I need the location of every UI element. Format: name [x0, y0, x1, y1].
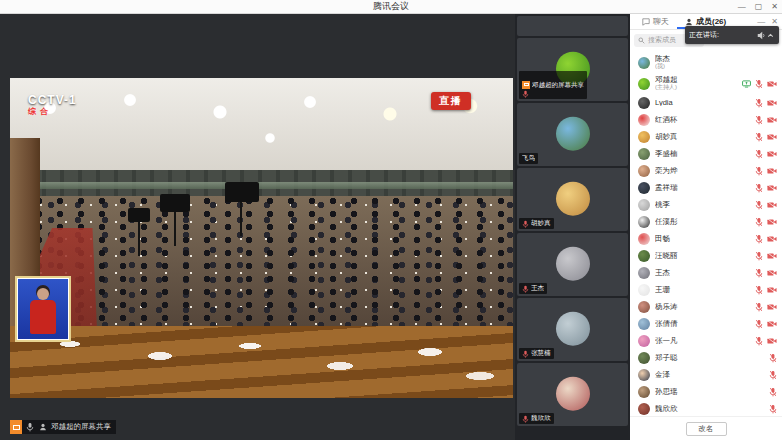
- member-name: 魏欣欣: [655, 405, 769, 413]
- member-row[interactable]: 李盛楠: [630, 145, 782, 162]
- member-role-tag: (主持人): [655, 84, 742, 90]
- video-thumbnail[interactable]: 胡妙真: [517, 168, 628, 231]
- thumbnail-label: 邓越超的屏幕共享: [519, 71, 587, 99]
- member-name: 李盛楠: [655, 150, 755, 158]
- member-row[interactable]: 桃李: [630, 196, 782, 213]
- shared-screen-stage: CCTV-1 综合 直播 邓越超的屏幕共享: [0, 14, 515, 440]
- mic-muted-icon: [755, 98, 763, 108]
- member-name: 栾为烨: [655, 167, 755, 175]
- member-status-icons: [769, 353, 777, 363]
- mic-muted-icon: [755, 200, 763, 210]
- mic-muted-icon: [755, 319, 763, 329]
- thumbnail-name: 胡妙真: [531, 219, 551, 228]
- member-status-icons: [755, 285, 777, 295]
- video-thumbnail[interactable]: 飞鸟: [517, 103, 628, 166]
- panel-close-icon[interactable]: ✕: [771, 17, 778, 26]
- cctv-channel-sub: 综合: [28, 108, 77, 116]
- camera-off-icon: [767, 269, 777, 277]
- minimize-icon[interactable]: —: [738, 0, 746, 14]
- speaker-icon: [757, 31, 766, 40]
- member-row[interactable]: 杨乐涛: [630, 298, 782, 315]
- avatar: [638, 57, 650, 69]
- maximize-icon[interactable]: ▢: [755, 0, 763, 14]
- mic-muted-icon: [755, 79, 763, 89]
- mic-muted-icon: [755, 268, 763, 278]
- member-name: 胡妙真: [655, 133, 755, 141]
- mic-muted-icon: [755, 302, 763, 312]
- member-row[interactable]: 栾为烨: [630, 162, 782, 179]
- member-row[interactable]: 任溪彤: [630, 213, 782, 230]
- member-row[interactable]: 王杰: [630, 264, 782, 281]
- avatar: [638, 369, 650, 381]
- avatar: [638, 386, 650, 398]
- camera-off-icon: [767, 235, 777, 243]
- camera-off-icon: [767, 99, 777, 107]
- member-row[interactable]: 田畅: [630, 230, 782, 247]
- panel-minimize-icon[interactable]: —: [757, 17, 765, 26]
- avatar: [638, 403, 650, 415]
- panel-footer: 改名: [630, 416, 782, 440]
- member-row[interactable]: Lydia: [630, 94, 782, 111]
- member-status-icons: [742, 79, 777, 89]
- rename-button[interactable]: 改名: [686, 422, 727, 436]
- member-row[interactable]: 汪晓丽: [630, 247, 782, 264]
- mic-muted-icon: [769, 404, 777, 414]
- mic-muted-icon: [755, 217, 763, 227]
- video-thumbnail[interactable]: 张慧楠: [517, 298, 628, 361]
- member-row[interactable]: 张倩倩: [630, 315, 782, 332]
- shared-screen-video[interactable]: CCTV-1 综合 直播: [10, 78, 513, 398]
- member-status-icons: [755, 268, 777, 278]
- avatar: [638, 318, 650, 330]
- avatar: [556, 246, 590, 280]
- thumbnail-name: 飞鸟: [522, 154, 535, 163]
- camera-off-icon: [767, 80, 777, 88]
- tab-chat[interactable]: 聊天: [634, 14, 677, 29]
- video-thumbnail[interactable]: 邓越超的屏幕共享: [517, 38, 628, 101]
- chat-icon: [642, 18, 650, 26]
- member-row[interactable]: 王珊: [630, 281, 782, 298]
- avatar: [638, 284, 650, 296]
- tv-camera-icon: [128, 208, 150, 222]
- member-status-icons: [769, 404, 777, 414]
- member-row[interactable]: 红酒杯: [630, 111, 782, 128]
- member-status-icons: [755, 234, 777, 244]
- member-row[interactable]: 陈杰 (我): [630, 52, 782, 73]
- video-thumbnail-strip: 邓越超的屏幕共享 飞鸟 胡妙真 王杰 张慧楠: [515, 14, 630, 440]
- search-placeholder: 搜索成员: [648, 35, 676, 45]
- collapse-arrow-icon[interactable]: [766, 31, 775, 40]
- video-thumbnail[interactable]: 王杰: [517, 233, 628, 296]
- speaking-indicator: 正在讲话:: [685, 26, 779, 44]
- member-row[interactable]: 郑子聪: [630, 349, 782, 366]
- member-row[interactable]: 孟祥瑞: [630, 179, 782, 196]
- member-list[interactable]: 陈杰 (我) 邓越超 (主持人) Lydia 红酒杯: [630, 50, 782, 416]
- members-icon: [685, 18, 693, 26]
- window-titlebar: 腾讯会议 — ▢ ✕: [0, 0, 782, 14]
- avatar: [638, 267, 650, 279]
- member-status-icons: [755, 251, 777, 261]
- member-row[interactable]: 金泽: [630, 366, 782, 383]
- avatar: [556, 311, 590, 345]
- member-name: 任溪彤: [655, 218, 755, 226]
- member-name: 陈杰: [655, 55, 777, 63]
- avatar: [638, 148, 650, 160]
- camera-off-icon: [767, 184, 777, 192]
- mic-muted-icon: [769, 387, 777, 397]
- camera-off-icon: [767, 133, 777, 141]
- cctv-logo-text: CCTV-1: [28, 94, 77, 106]
- member-row[interactable]: 魏欣欣: [630, 400, 782, 416]
- camera-off-icon: [767, 286, 777, 294]
- avatar: [638, 131, 650, 143]
- member-status-icons: [755, 217, 777, 227]
- member-row[interactable]: 邓越超 (主持人): [630, 73, 782, 94]
- video-thumbnail[interactable]: 魏欣欣: [517, 363, 628, 426]
- member-row[interactable]: 张一凡: [630, 332, 782, 349]
- avatar: [638, 97, 650, 109]
- member-row[interactable]: 胡妙真: [630, 128, 782, 145]
- member-status-icons: [755, 183, 777, 193]
- member-row[interactable]: 孙思瑶: [630, 383, 782, 400]
- video-thumbnail[interactable]: [517, 16, 628, 36]
- close-icon[interactable]: ✕: [771, 0, 778, 14]
- avatar: [556, 376, 590, 410]
- mic-muted-icon: [25, 422, 35, 432]
- camera-off-icon: [767, 167, 777, 175]
